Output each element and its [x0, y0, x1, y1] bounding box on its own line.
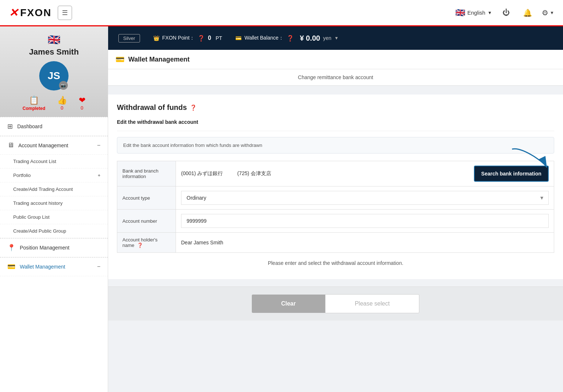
brand-logo: ✕ FXON	[9, 6, 52, 19]
notifications-button[interactable]: 🔔	[520, 6, 534, 20]
search-btn-wrapper: Search bank information	[474, 166, 549, 182]
sidebar: 🇬🇧 James Smith JS 📷 📋 Completed 👍 0 ❤	[0, 26, 108, 392]
sidebar-item-public-group-list[interactable]: Public Group List	[0, 210, 108, 224]
clear-button[interactable]: Clear	[252, 295, 325, 313]
account-number-input[interactable]	[181, 214, 549, 228]
account-type-value: Ordinary ▼	[176, 186, 554, 210]
withdrawal-help-icon[interactable]: ❓	[190, 104, 197, 111]
bank-branch-label: Bank and branch information	[117, 161, 176, 186]
expand-icon: +	[97, 173, 100, 178]
language-selector[interactable]: 🇬🇧 English ▼	[455, 8, 492, 18]
chevron-down-icon: ▼	[550, 10, 554, 15]
account-type-row: Account type Ordinary ▼	[117, 186, 554, 210]
search-bank-button[interactable]: Search bank information	[474, 166, 549, 182]
sidebar-item-account-management[interactable]: 🖥 Account Management −	[0, 136, 108, 155]
heart-icon: ❤	[79, 96, 85, 105]
nav-right-controls: 🇬🇧 English ▼ ⏻ 🔔 ⚙ ▼	[455, 6, 554, 20]
bank-branch-value: (0001) みずほ銀行 (725) 会津支店	[176, 161, 554, 186]
monitor-icon: 🖥	[7, 141, 14, 149]
edit-label: Edit the withdrawal bank account	[117, 119, 554, 125]
account-holder-label: Account holder's name ❓	[117, 233, 176, 253]
account-type-select[interactable]: Ordinary	[181, 191, 549, 205]
account-number-value	[176, 210, 554, 233]
info-box: Edit the bank account information from w…	[117, 137, 554, 154]
account-header-bar: Silver 👑 FXON Point： ❓ 0 PT 💳 Wallet Bal…	[108, 26, 563, 50]
account-number-row: Account number	[117, 210, 554, 233]
account-type-select-wrapper: Ordinary ▼	[181, 191, 549, 205]
profile-section: 🇬🇧 James Smith JS 📷 📋 Completed 👍 0 ❤	[0, 26, 108, 117]
sidebar-item-wallet-management[interactable]: 💳 Wallet Management −	[0, 258, 108, 276]
bell-icon: 🔔	[523, 8, 532, 17]
sidebar-item-dashboard[interactable]: ⊞ Dashboard	[0, 117, 108, 136]
completed-label: Completed	[22, 106, 45, 111]
language-label: English	[467, 10, 485, 16]
top-navigation: ✕ FXON ☰ 🇬🇧 English ▼ ⏻ 🔔 ⚙ ▼	[0, 0, 563, 26]
dashboard-icon: ⊞	[7, 122, 13, 130]
wallet-section-icon: 💳	[115, 55, 125, 64]
account-type-label: Account type	[117, 186, 176, 210]
wallet-balance-display: 💳 Wallet Balance： ❓ ¥ 0.00 yen ▼	[235, 34, 339, 42]
hamburger-button[interactable]: ☰	[58, 5, 72, 20]
chevron-down-icon: ▼	[487, 10, 492, 15]
bank-info-text: (0001) みずほ銀行 (725) 会津支店	[181, 170, 470, 177]
sidebar-item-position-management[interactable]: 📍 Position Management	[0, 238, 108, 257]
sidebar-item-label: Dashboard	[17, 123, 43, 129]
sidebar-item-label: Account Management	[18, 143, 68, 148]
profile-stats: 📋 Completed 👍 0 ❤ 0	[6, 96, 102, 111]
bank-branch-row: Bank and branch information (0001) みずほ銀行…	[117, 161, 554, 186]
settings-button[interactable]: ⚙ ▼	[542, 8, 554, 17]
section-title-bar: 💳 Wallet Management	[108, 50, 563, 69]
holder-help-icon[interactable]: ❓	[137, 243, 143, 248]
silver-badge: Silver	[118, 34, 140, 42]
avatar-camera-icon[interactable]: 📷	[59, 81, 68, 90]
logo-area: ✕ FXON ☰	[9, 5, 72, 20]
change-remittance-tab[interactable]: Change remittance bank account	[108, 69, 563, 86]
fxon-point-display: 👑 FXON Point： ❓ 0 PT	[153, 35, 222, 42]
completed-icon: 📋	[22, 96, 45, 105]
sidebar-item-create-public-group[interactable]: Create/Add Public Group	[0, 224, 108, 238]
likes-count: 0	[57, 105, 67, 111]
account-holder-value: Dear James Smith	[176, 233, 554, 253]
thumbs-up-icon: 👍	[57, 96, 67, 105]
balance-dropdown-icon[interactable]: ▼	[334, 36, 339, 41]
avatar: JS 📷	[39, 61, 69, 90]
stat-completed: 📋 Completed	[22, 96, 45, 111]
withdrawal-section: Withdrawal of funds ❓ Edit the withdrawa…	[108, 95, 563, 279]
collapse-icon: −	[97, 263, 100, 270]
gear-icon: ⚙	[542, 8, 548, 17]
wallet-card-icon: 💳	[235, 35, 242, 41]
app-body: 🇬🇧 James Smith JS 📷 📋 Completed 👍 0 ❤	[0, 26, 563, 392]
sidebar-item-label: Wallet Management	[20, 264, 65, 270]
sidebar-item-label: Position Management	[20, 245, 69, 251]
profile-flag: 🇬🇧	[6, 34, 102, 46]
sidebar-item-trading-account-history[interactable]: Trading account history	[0, 196, 108, 210]
crown-icon: 👑	[153, 35, 159, 41]
stat-favorites: ❤ 0	[79, 96, 85, 111]
notice-text: Please enter and select the withdrawal a…	[117, 260, 554, 266]
location-icon: 📍	[7, 244, 15, 252]
power-icon: ⏻	[503, 8, 510, 17]
sidebar-item-create-trading-account[interactable]: Create/Add Trading Account	[0, 182, 108, 196]
favorites-count: 0	[79, 105, 85, 111]
sidebar-item-trading-account-list[interactable]: Trading Account List	[0, 155, 108, 169]
action-bar: Clear Please select	[108, 286, 563, 321]
wallet-icon: 💳	[7, 263, 15, 271]
account-number-label: Account number	[117, 210, 176, 233]
help-icon[interactable]: ❓	[198, 35, 205, 42]
profile-name: James Smith	[6, 47, 102, 57]
main-content: Silver 👑 FXON Point： ❓ 0 PT 💳 Wallet Bal…	[108, 26, 563, 392]
flag-icon: 🇬🇧	[455, 8, 465, 18]
collapse-icon: −	[97, 142, 100, 149]
power-button[interactable]: ⏻	[499, 6, 513, 20]
bank-info-table: Bank and branch information (0001) みずほ銀行…	[117, 161, 554, 253]
balance-help-icon[interactable]: ❓	[287, 35, 294, 42]
sidebar-item-portfolio[interactable]: Portfolio +	[0, 169, 108, 182]
account-holder-row: Account holder's name ❓ Dear James Smith	[117, 233, 554, 253]
section-title: Wallet Management	[128, 56, 189, 63]
please-select-button[interactable]: Please select	[325, 294, 419, 313]
withdrawal-title: Withdrawal of funds ❓	[117, 103, 554, 112]
stat-likes: 👍 0	[57, 96, 67, 111]
